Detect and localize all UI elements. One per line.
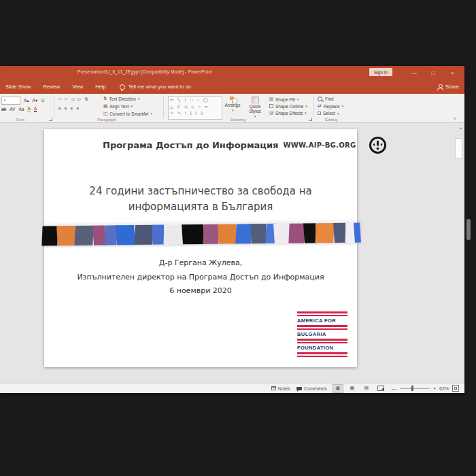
align-center-button[interactable]: ≡: [65, 106, 67, 111]
slide-author-block[interactable]: Д-р Гергана Жулева, Изпълнителен директо…: [44, 256, 357, 299]
shape-effects-button[interactable]: Shape Effects ▾: [269, 111, 313, 116]
drawing-group-label: Drawing: [231, 118, 245, 122]
smartart-icon: ◫: [103, 111, 107, 116]
collapse-ribbon-icon[interactable]: ∧: [454, 116, 456, 120]
shape-fill-button[interactable]: Shape Fill ▾: [269, 97, 313, 102]
bullets-button[interactable]: ∷: [58, 97, 61, 102]
scroll-up-icon[interactable]: ▴: [460, 125, 462, 130]
restore-button[interactable]: □: [427, 68, 439, 78]
editing-stack: Find ⇄ Replace ▾ Select ▾: [318, 95, 350, 117]
drawing-group: ▭ ╲ ∖ □ ○ ◯△ ▽ ◁ ◇ ○ ▱☆ ∿ ≀ { } ▯ Arrang…: [164, 94, 313, 122]
stripe-segment: [218, 224, 237, 243]
character-spacing-button[interactable]: AV: [10, 107, 15, 112]
change-case-button[interactable]: Aa: [18, 107, 24, 112]
zoom-in-button[interactable]: +: [433, 386, 436, 391]
shape-outline-button[interactable]: Shape Outline ▾: [269, 104, 313, 109]
abf-logo-line1: AMERICA FOR: [297, 318, 347, 324]
font-size-combobox[interactable]: ▾: [1, 97, 20, 105]
outer-scrollbar-thumb[interactable]: [466, 219, 471, 240]
paragraph-stack: ⇅ Text Direction ▾ ▤ Align Text ▾ ◫ Conv…: [103, 95, 162, 117]
find-button[interactable]: Find: [318, 97, 350, 101]
slide-sorter-view-button[interactable]: ▦: [347, 385, 357, 392]
share-label: Share: [445, 84, 459, 90]
clear-formatting-button[interactable]: ∅: [41, 98, 45, 103]
shape-gallery-row[interactable]: ☆ ∿ ≀ { } ▯: [170, 110, 220, 117]
slide-title[interactable]: 24 години застъпничество за свобода на и…: [44, 184, 357, 215]
font-toolbar-row1: ▾ A▴ A▾ ∅: [1, 97, 45, 105]
quick-styles-button[interactable]: Quick Styles ▾: [245, 96, 265, 119]
title-bar[interactable]: PresentationGJ_6_11_2Egypt [Compatibilit…: [0, 66, 464, 80]
website-text: WWW.AIP-BG.ORG: [283, 141, 356, 149]
font-dialog-launcher-icon[interactable]: [49, 118, 52, 121]
notes-icon: [271, 386, 276, 390]
decrease-font-size-button[interactable]: A▾: [33, 98, 38, 103]
chevron-down-icon: ▾: [4, 98, 6, 102]
justify-button[interactable]: ≡: [76, 106, 79, 111]
notes-button[interactable]: Notes: [271, 386, 290, 391]
stripe-segment: [235, 224, 252, 243]
text-direction-button[interactable]: ⇅ Text Direction ▾: [103, 96, 162, 101]
vertical-scrollbar[interactable]: ▴: [455, 123, 464, 384]
close-button[interactable]: ×: [446, 68, 458, 78]
align-left-button[interactable]: ≡: [58, 106, 61, 111]
highlight-color-button[interactable]: A: [27, 106, 30, 112]
shape-gallery-row[interactable]: ▭ ╲ ∖ □ ○ ◯: [170, 97, 220, 104]
abf-logo: AMERICA FOR BULGARIA FOUNDATION: [297, 311, 347, 358]
slide-show-button[interactable]: [376, 385, 386, 392]
chevron-down-icon: ▾: [297, 97, 299, 101]
tab-view[interactable]: View: [72, 84, 83, 90]
stripe-segment: [250, 224, 267, 243]
select-button[interactable]: Select ▾: [318, 111, 350, 116]
arrange-button[interactable]: Arrange ▾: [222, 96, 243, 119]
scrollbar-thumb[interactable]: [455, 138, 462, 158]
abf-stripe: [297, 342, 347, 344]
slide[interactable]: Програма Достъп до Информация WWW.AIP-BG…: [44, 129, 357, 367]
tell-me-box[interactable]: Tell me what you want to do: [120, 84, 192, 90]
stripe-segment: [134, 225, 154, 245]
shape-format-stack: Shape Fill ▾ Shape Outline ▾ Shape Effec…: [269, 95, 313, 117]
comment-icon: [296, 387, 302, 390]
ribbon: ▾ A▴ A▾ ∅ ab AV Aa A A Font ∷ ∷ ◁ ▷: [0, 94, 464, 123]
fit-to-window-icon[interactable]: [452, 385, 459, 392]
stripe-segment: [75, 226, 95, 245]
font-group-label: Font: [16, 118, 24, 122]
font-color-button[interactable]: A: [34, 106, 37, 112]
zoom-percentage[interactable]: 62%: [439, 386, 449, 391]
minimize-button[interactable]: —: [408, 68, 420, 78]
align-right-button[interactable]: ≡: [71, 106, 73, 111]
decrease-indent-button[interactable]: ◁: [71, 97, 74, 102]
align-text-button[interactable]: ▤ Align Text ▾: [103, 103, 162, 109]
select-icon: [318, 112, 321, 115]
increase-font-size-button[interactable]: A▴: [24, 98, 29, 103]
editing-group: Find ⇄ Replace ▾ Select ▾ Editing: [314, 94, 351, 122]
shape-outline-icon: [269, 104, 273, 108]
tab-help[interactable]: Help: [95, 84, 105, 90]
ribbon-tabs: Slide ShowReviewViewHelp: [5, 84, 106, 90]
sign-in-button[interactable]: Sign in: [369, 68, 392, 76]
tab-review[interactable]: Review: [44, 84, 61, 90]
zoom-slider-thumb[interactable]: [411, 386, 413, 391]
status-bar: Notes Comments ▣ ▦ ▤ — + 62%: [0, 383, 464, 393]
slide-canvas: Програма Достъп до Информация WWW.AIP-BG…: [0, 123, 464, 384]
stripe-segment: [182, 224, 205, 244]
strikethrough-button[interactable]: ab: [1, 107, 6, 112]
zoom-slider[interactable]: [400, 388, 430, 389]
numbering-button[interactable]: ∷: [65, 97, 67, 102]
increase-indent-button[interactable]: ▷: [78, 97, 81, 102]
comments-button[interactable]: Comments: [296, 386, 327, 391]
slide-header[interactable]: Програма Достъп до Информация WWW.AIP-BG…: [103, 135, 387, 155]
shape-gallery-row[interactable]: △ ▽ ◁ ◇ ○ ▱: [170, 104, 220, 111]
replace-button[interactable]: ⇄ Replace ▾: [318, 103, 350, 109]
tab-slide-show[interactable]: Slide Show: [5, 84, 31, 90]
drawing-dialog-launcher-icon[interactable]: [309, 118, 312, 121]
window-title: PresentationGJ_6_11_2Egypt [Compatibilit…: [78, 69, 212, 74]
line-spacing-button[interactable]: ⇅: [84, 97, 88, 102]
reading-view-button[interactable]: ▤: [362, 385, 371, 392]
chevron-down-icon: ▾: [138, 97, 140, 101]
stripe-segment: [274, 224, 291, 243]
zoom-out-button[interactable]: —: [392, 386, 396, 391]
abf-stripe: [297, 339, 347, 341]
normal-view-button[interactable]: ▣: [333, 385, 343, 392]
share-button[interactable]: Share: [437, 84, 459, 90]
convert-to-smartart-button[interactable]: ◫ Convert to SmartArt ▾: [103, 111, 162, 116]
